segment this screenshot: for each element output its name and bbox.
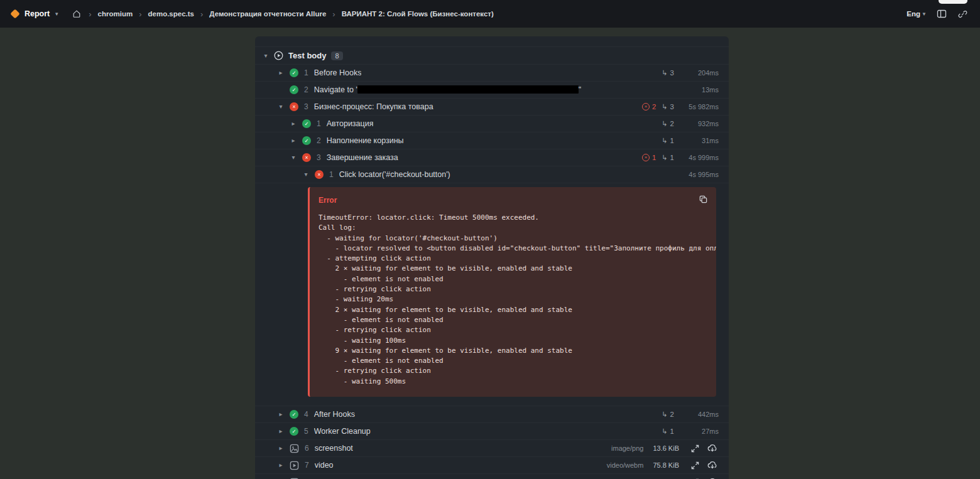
step-duration: 4s 995ms [680,171,719,178]
chevron-down-icon[interactable]: ▾ [263,53,269,59]
expand-attachment-button[interactable] [690,443,700,454]
step-row-click-locator[interactable]: ▾ × 1 Click locator('#checkout-button') … [255,166,729,183]
substep-count: ↳3 [662,69,674,77]
download-attachment-button[interactable] [706,476,719,479]
substeps-arrow-icon: ↳ [662,103,667,111]
section-title: Test body [288,51,326,60]
error-count: ×1 [642,154,656,161]
breadcrumb-separator: › [200,9,203,19]
substeps-arrow-icon: ↳ [662,154,667,162]
error-panel: Error TimeoutError: locator.click: Timeo… [308,187,716,397]
attachment-row-screenshot[interactable]: ▸ 6 screenshot image/png 13.6 KiB [255,440,729,457]
error-label: Error [318,196,337,205]
chevron-right-icon[interactable]: ▸ [278,462,284,468]
copy-icon [699,195,708,204]
step-number: 3 [317,153,321,162]
step-row-authorization[interactable]: ▸ ✓ 1 Авторизация ↳2 932ms [255,116,729,132]
layout-toggle-button[interactable] [935,8,948,20]
substep-count: ↳2 [662,120,674,128]
attachment-mime: video/webm [607,461,644,469]
substep-count: ↳1 [662,428,674,436]
step-duration: 5s 982ms [680,103,719,110]
test-body-section-header[interactable]: ▾ Test body 8 [255,47,729,65]
download-attachment-button[interactable] [706,459,719,471]
allure-logo-icon [10,9,20,19]
passed-icon: ✓ [290,427,298,436]
substeps-arrow-icon: ↳ [662,137,667,145]
cloud-download-icon [707,460,717,470]
columns-icon [937,9,947,19]
error-log: TimeoutError: locator.click: Timeout 500… [310,209,716,397]
breadcrumb-chromium[interactable]: chromium [98,10,133,18]
error-circle-icon: × [642,103,650,110]
chevron-right-icon[interactable]: ▸ [278,70,284,76]
chevron-down-icon[interactable]: ▾ [290,154,297,161]
error-circle-icon: × [642,154,650,161]
expand-attachment-button[interactable] [690,460,700,471]
step-row-worker-cleanup[interactable]: ▸ ✓ 5 Worker Cleanup ↳1 27ms [255,423,729,440]
chevron-right-icon[interactable]: ▸ [290,121,297,127]
expand-attachment-button[interactable] [690,477,700,479]
step-number: 1 [317,119,321,128]
substep-count: ↳1 [662,137,674,145]
breadcrumb-test[interactable]: ВАРИАНТ 2: Слой Flows (Бизнес-контекст) [342,10,494,18]
step-row-cart-filling[interactable]: ▸ ✓ 2 Наполнение корзины ↳1 31ms [255,132,729,149]
step-row-order-completion[interactable]: ▾ × 3 Завершение заказа ×1 ↳1 4s 999ms [255,149,729,166]
play-circle-icon [274,51,283,60]
chevron-right-icon[interactable]: ▸ [278,411,284,417]
cloud-download-icon [707,443,717,453]
step-duration: 4s 999ms [680,154,719,161]
video-attachment-icon [290,461,299,470]
passed-icon: ✓ [302,119,311,128]
brand-title[interactable]: Report [24,9,50,18]
breadcrumb-suite[interactable]: Демонстрация отчетности Allure [209,10,326,18]
home-breadcrumb-button[interactable] [71,8,82,19]
browser-window-artifact [939,0,967,4]
chevron-right-icon[interactable]: ▸ [278,428,284,434]
failed-icon: × [302,153,311,162]
step-row-navigate[interactable]: ✓ 2 Navigate to '" 13ms [255,82,729,99]
substeps-arrow-icon: ↳ [662,69,667,77]
link-icon [958,9,967,19]
top-bar: Report ▼ › chromium › demo.spec.ts › Дем… [0,0,980,28]
substeps-arrow-icon: ↳ [662,411,667,419]
breadcrumb-spec-file[interactable]: demo.spec.ts [148,10,194,18]
language-label: Eng [906,10,920,18]
passed-icon: ✓ [290,68,298,77]
step-title: Click locator('#checkout-button') [339,170,450,179]
step-title: Before Hooks [314,68,362,77]
step-duration: 13ms [680,86,719,94]
copy-error-button[interactable] [697,193,710,208]
step-row-after-hooks[interactable]: ▸ ✓ 4 After Hooks ↳2 442ms [255,406,729,423]
substeps-arrow-icon: ↳ [662,428,667,436]
language-selector[interactable]: Eng ▼ [906,10,927,18]
step-number: 1 [329,170,334,179]
breadcrumb-separator: › [332,9,335,19]
attachment-title: screenshot [315,444,353,453]
chevron-down-icon: ▼ [54,11,59,17]
step-number: 6 [305,444,309,453]
step-number: 4 [304,410,308,419]
attachment-row-error-context[interactable]: ▸ 8 error-context text/markdown 470 B [255,474,729,479]
step-duration: 932ms [680,120,719,127]
passed-icon: ✓ [290,410,298,419]
substeps-arrow-icon: ↳ [662,120,667,128]
chevron-down-icon[interactable]: ▾ [303,171,309,178]
step-duration: 204ms [680,69,719,77]
step-row-before-hooks[interactable]: ▸ ✓ 1 Before Hooks ↳3 204ms [255,65,729,82]
error-count: ×2 [642,103,656,110]
failed-icon: × [290,102,298,111]
copy-link-button[interactable] [957,8,969,20]
step-title: Авторизация [327,119,374,128]
expand-icon [691,461,699,470]
step-number: 2 [304,85,308,94]
chevron-down-icon[interactable]: ▾ [278,104,284,110]
download-attachment-button[interactable] [706,442,719,455]
attachment-row-video[interactable]: ▸ 7 video video/webm 75.8 KiB [255,457,729,474]
passed-icon: ✓ [302,136,311,145]
chevron-right-icon[interactable]: ▸ [278,445,284,451]
step-row-business-process[interactable]: ▾ × 3 Бизнес-процесс: Покупка товара ×2 … [255,99,729,116]
step-title: Worker Cleanup [314,427,371,436]
home-icon [72,9,81,18]
chevron-right-icon[interactable]: ▸ [290,137,297,144]
